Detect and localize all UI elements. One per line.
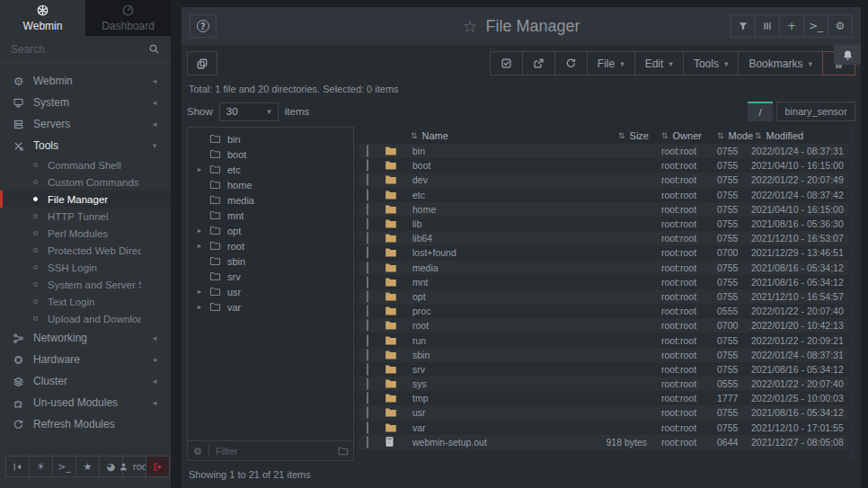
header-action-button[interactable] (731, 14, 756, 38)
row-checkbox[interactable] (367, 276, 368, 288)
sidebar-footer-button[interactable]: ★ (75, 456, 100, 477)
header-action-button[interactable] (755, 14, 780, 38)
file-name[interactable]: tmp (410, 393, 536, 404)
row-checkbox[interactable] (367, 189, 368, 201)
file-name[interactable]: webmin-setup.out (410, 437, 536, 448)
table-row[interactable]: run root:root 0755 2022/01/22 - 20:09:21 (359, 333, 848, 347)
sidebar-menu-item[interactable]: System ◂ (0, 92, 171, 113)
sidebar-menu-item[interactable]: Servers ◂ (0, 113, 171, 135)
toolbar-button[interactable]: Tools ▾ (683, 51, 740, 75)
file-name[interactable]: etc (410, 190, 536, 200)
sidebar-menu-item[interactable]: Un-used Modules ◂ (0, 392, 171, 413)
tree-item[interactable]: mnt (188, 208, 353, 223)
toolbar-button[interactable] (554, 51, 588, 75)
clear-filter-icon[interactable] (192, 446, 203, 457)
file-name[interactable]: media (410, 262, 536, 273)
toolbar-button[interactable]: Edit ▾ (634, 51, 684, 75)
row-checkbox[interactable] (367, 145, 368, 157)
row-checkbox[interactable] (367, 377, 368, 390)
file-name[interactable]: run (410, 335, 536, 346)
table-row[interactable]: dev root:root 0755 2022/01/22 - 20:07:49 (359, 173, 848, 187)
tree-expand-icon[interactable]: ▸ (196, 288, 203, 296)
sidebar-menu-item[interactable]: System and Server Status (0, 276, 171, 293)
toolbar-button[interactable]: Bookmarks ▾ (738, 51, 823, 75)
row-checkbox[interactable] (367, 217, 368, 230)
table-row[interactable]: etc root:root 0755 2022/01/24 - 08:37:42 (359, 188, 848, 202)
search-input[interactable] (11, 43, 148, 56)
file-name[interactable]: boot (410, 160, 536, 171)
row-checkbox[interactable] (367, 334, 368, 347)
row-checkbox[interactable] (367, 363, 368, 376)
sidebar-footer-button[interactable] (5, 456, 30, 477)
notifications-tab[interactable] (834, 45, 861, 65)
file-name[interactable]: lib (410, 218, 536, 229)
tree-item[interactable]: ▸ usr (188, 284, 353, 299)
file-name[interactable]: lib64 (410, 233, 536, 244)
table-row[interactable]: home root:root 0755 2021/04/10 - 16:15:0… (359, 202, 848, 217)
sidebar-footer-button[interactable]: root (122, 456, 146, 477)
path-search-box[interactable]: binary_sensor (776, 102, 855, 121)
root-path-button[interactable]: / (748, 102, 773, 121)
favorite-star-icon[interactable]: ☆ (462, 16, 477, 36)
row-checkbox[interactable] (367, 232, 368, 244)
file-name[interactable]: var (410, 422, 536, 433)
table-row[interactable]: boot root:root 0755 2021/04/10 - 16:15:0… (359, 158, 848, 173)
filter-folder-icon[interactable] (338, 446, 349, 457)
row-checkbox[interactable] (367, 290, 368, 303)
column-header-modified[interactable]: ⇅ Modified (751, 130, 848, 141)
sidebar-menu-item[interactable]: Custom Commands (0, 173, 171, 191)
header-action-button[interactable]: + (779, 14, 804, 38)
table-row[interactable]: opt root:root 0755 2021/12/10 - 16:54:57 (359, 289, 848, 304)
logo-tab[interactable]: Dashboard (85, 0, 171, 36)
tree-item[interactable]: ▸ etc (188, 162, 353, 177)
table-row[interactable]: sbin root:root 0755 2022/01/24 - 08:37:3… (359, 348, 848, 362)
table-row[interactable]: var root:root 0755 2021/12/10 - 17:01:55 (359, 421, 848, 435)
row-checkbox[interactable] (367, 262, 368, 274)
table-row[interactable]: media root:root 0755 2021/08/16 - 05:34:… (359, 261, 848, 275)
help-button[interactable]: ? (190, 14, 217, 38)
tree-expand-icon[interactable]: ▸ (196, 226, 203, 235)
sidebar-menu-item[interactable]: Upload and Download (0, 310, 171, 327)
tree-item[interactable]: home (188, 177, 353, 192)
tree-item[interactable]: sbin (188, 253, 353, 269)
table-row[interactable]: tmp root:root 1777 2022/01/25 - 10:00:03 (359, 391, 848, 405)
sidebar-menu-item[interactable]: Hardware ◂ (0, 349, 171, 370)
tree-expand-icon[interactable]: ▸ (196, 303, 203, 311)
table-row[interactable]: root root:root 0700 2022/01/20 - 10:42:1… (359, 318, 848, 333)
column-header-name[interactable]: ⇅ Name (407, 130, 536, 141)
table-row[interactable]: usr root:root 0755 2021/08/16 - 05:34:12 (359, 405, 848, 420)
row-checkbox[interactable] (367, 305, 368, 317)
file-name[interactable]: root (410, 320, 536, 331)
table-row[interactable]: lost+found root:root 0700 2021/12/29 - 1… (359, 245, 848, 260)
table-row[interactable]: lib64 root:root 0755 2021/12/10 - 16:53:… (359, 231, 848, 245)
row-checkbox[interactable] (367, 203, 368, 216)
row-checkbox[interactable] (367, 159, 368, 172)
column-header-size[interactable]: ⇅ Size (536, 130, 652, 141)
table-row[interactable]: sys root:root 0555 2022/01/22 - 20:07:40 (359, 377, 848, 391)
column-header-owner[interactable]: ⇅ Owner (652, 130, 710, 141)
file-name[interactable]: opt (410, 291, 536, 302)
row-checkbox[interactable] (367, 406, 368, 419)
file-name[interactable]: bin (410, 146, 536, 156)
file-name[interactable]: proc (410, 306, 536, 316)
table-row[interactable]: lib root:root 0755 2021/08/16 - 05:36:30 (359, 217, 848, 231)
sidebar-menu-item[interactable]: Refresh Modules (0, 413, 171, 435)
tree-item[interactable]: srv (188, 269, 353, 284)
row-checkbox[interactable] (367, 319, 368, 332)
tree-expand-icon[interactable]: ▸ (196, 165, 203, 173)
table-row[interactable]: proc root:root 0555 2022/01/22 - 20:07:4… (359, 304, 848, 318)
tree-item[interactable]: ▸ root (188, 238, 353, 253)
file-name[interactable]: lost+found (410, 247, 536, 258)
tree-item[interactable]: ▸ opt (188, 223, 353, 238)
table-row[interactable]: srv root:root 0755 2021/08/16 - 05:34:12 (359, 362, 848, 377)
row-checkbox[interactable] (367, 246, 368, 259)
file-name[interactable]: dev (410, 174, 536, 185)
file-name[interactable]: sys (410, 378, 536, 389)
sidebar-menu-item[interactable]: Protected Web Directories (0, 242, 171, 259)
sidebar-menu-item[interactable]: Cluster ◂ (0, 370, 171, 392)
header-action-button[interactable]: ⚙ (828, 14, 853, 38)
sidebar-menu-item[interactable]: SSH Login (0, 259, 171, 276)
row-checkbox[interactable] (367, 173, 368, 186)
paste-buffer-button[interactable] (187, 51, 217, 75)
tree-item[interactable]: ▸ var (188, 299, 353, 315)
